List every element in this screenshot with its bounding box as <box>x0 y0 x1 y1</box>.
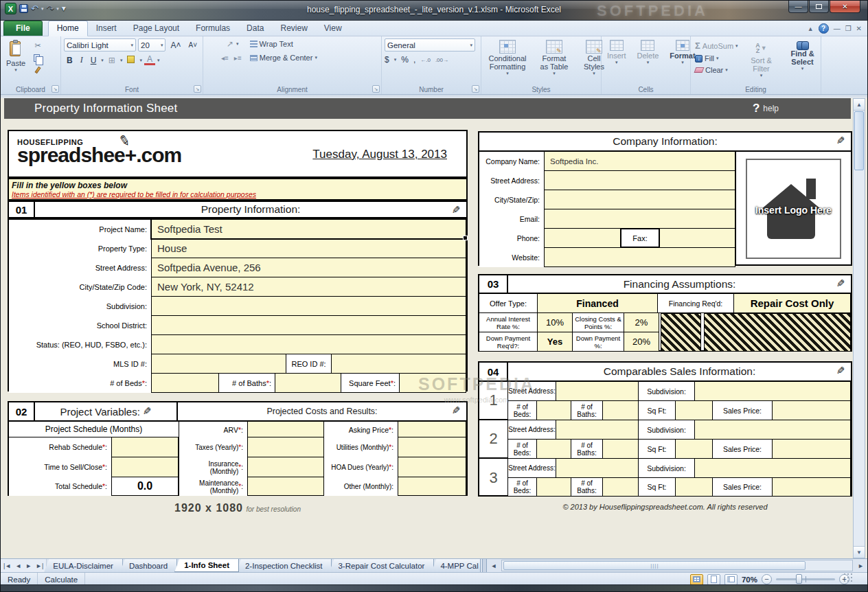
hoa-cell[interactable] <box>398 457 466 477</box>
tab-review[interactable]: Review <box>272 21 315 36</box>
beds-cell[interactable] <box>151 373 219 393</box>
italic-button[interactable]: I <box>78 54 86 66</box>
other-cell[interactable] <box>398 477 466 496</box>
company-name-cell[interactable]: Softpedia Inc. <box>544 151 735 171</box>
company-phone-cell[interactable] <box>544 228 621 248</box>
reo-id-cell[interactable] <box>331 354 466 374</box>
offer-type-value[interactable]: Financed <box>537 293 658 313</box>
help-icon[interactable]: ? <box>819 23 829 34</box>
save-button[interactable] <box>19 4 28 13</box>
down-req-value[interactable]: Yes <box>537 332 573 352</box>
tab-file[interactable]: File <box>3 21 43 36</box>
close-button[interactable]: ✕ <box>830 1 860 13</box>
insurance-cell[interactable] <box>247 457 324 477</box>
comp2-sqft-cell[interactable] <box>675 439 713 459</box>
merge-center-button[interactable]: Merge & Center▾ <box>249 53 319 62</box>
comp3-baths-cell[interactable] <box>602 477 639 497</box>
comp2-price-cell[interactable] <box>772 439 851 459</box>
comma-button[interactable]: , <box>413 55 415 65</box>
next-sheet-icon[interactable]: ► <box>25 562 32 569</box>
zoom-slider[interactable] <box>776 578 835 580</box>
tab-page-layout[interactable]: Page Layout <box>125 21 187 36</box>
last-sheet-icon[interactable]: ►| <box>36 562 43 569</box>
comp2-subdivision-cell[interactable] <box>694 420 851 440</box>
shrink-font-button[interactable]: A˅ <box>185 41 200 49</box>
number-dialog-launcher[interactable]: ↘ <box>472 85 479 93</box>
down-value[interactable]: 20% <box>624 332 659 352</box>
tab-splitter[interactable] <box>482 559 487 572</box>
closing-value[interactable]: 2% <box>624 312 659 332</box>
sqft-cell[interactable] <box>399 373 466 393</box>
tab-view[interactable]: View <box>316 21 350 36</box>
format-as-table-button[interactable]: ✎ Format as Table▾ <box>535 38 573 84</box>
maximize-button[interactable] <box>809 1 829 13</box>
find-select-button[interactable]: Find & Select▾ <box>784 38 822 84</box>
company-city-cell[interactable] <box>544 190 735 209</box>
align-bottom-button[interactable] <box>214 43 218 45</box>
comp3-price-cell[interactable] <box>772 477 851 497</box>
orientation-button[interactable]: ↗ <box>224 38 236 49</box>
mls-id-cell[interactable] <box>151 354 286 374</box>
grow-font-button[interactable]: A˄ <box>168 40 183 51</box>
zoom-slider-thumb[interactable] <box>796 574 802 584</box>
baths-cell[interactable] <box>275 373 341 393</box>
comp3-sqft-cell[interactable] <box>675 477 713 497</box>
asking-cell[interactable] <box>398 421 466 437</box>
number-format-combo[interactable]: General▾ <box>385 38 475 52</box>
insert-cells-button[interactable]: Insert▾ <box>604 38 629 84</box>
taxes-cell[interactable] <box>247 437 324 457</box>
hscroll-right-arrow[interactable]: ► <box>854 559 867 572</box>
city-state-zip-cell[interactable]: New York, NY, 52412 <box>151 277 466 297</box>
prev-sheet-icon[interactable]: ◄ <box>15 562 21 569</box>
doc-minimize-icon[interactable]: — <box>834 25 841 32</box>
comp1-baths-cell[interactable] <box>602 400 639 420</box>
company-street-cell[interactable] <box>544 170 735 190</box>
sort-filter-button[interactable]: AZ▼ Sort & Filter▾ <box>744 38 779 84</box>
fill-color-button[interactable] <box>124 55 137 66</box>
font-color-dropdown[interactable]: ▾ <box>157 58 160 63</box>
collapse-ribbon-icon[interactable]: ▲ <box>808 25 814 32</box>
increase-decimal-button[interactable]: ←.0 <box>420 57 431 63</box>
interest-value[interactable]: 10% <box>537 312 573 332</box>
normal-view-button[interactable] <box>690 574 703 585</box>
undo-button[interactable]: ↶ <box>31 3 38 14</box>
decrease-decimal-button[interactable]: .00→ <box>435 57 448 63</box>
maintenance-cell[interactable] <box>247 477 324 496</box>
tab-insert[interactable]: Insert <box>88 21 125 36</box>
font-dialog-launcher[interactable]: ↘ <box>194 85 201 93</box>
arv-cell[interactable] <box>247 421 324 437</box>
font-color-button[interactable]: A <box>144 55 155 65</box>
zoom-out-button[interactable]: − <box>762 574 772 584</box>
fill-color-dropdown[interactable]: ▾ <box>139 58 142 63</box>
page-break-view-button[interactable] <box>724 574 738 585</box>
sheet-tab-repair-cost[interactable]: 3-Repair Cost Calculator <box>329 559 434 572</box>
comp2-baths-cell[interactable] <box>602 439 639 459</box>
help-link[interactable]: ? help <box>753 102 779 115</box>
utilities-cell[interactable] <box>398 437 466 457</box>
resize-grip[interactable] <box>843 572 852 582</box>
first-sheet-icon[interactable]: |◄ <box>3 562 11 569</box>
underline-button[interactable]: U <box>88 55 100 66</box>
doc-restore-icon[interactable]: ❐ <box>845 25 852 32</box>
sheet-tab-dashboard[interactable]: Dashboard <box>120 559 177 572</box>
currency-button[interactable]: $ <box>385 55 389 65</box>
status-cell[interactable] <box>151 334 466 354</box>
vertical-scrollbar[interactable]: ▲ ▼ <box>853 98 865 558</box>
tab-formulas[interactable]: Formulas <box>187 21 238 36</box>
comp1-beds-cell[interactable] <box>536 400 571 420</box>
company-website-cell[interactable] <box>544 247 735 267</box>
street-address-cell[interactable]: Softpedia Avenue, 256 <box>151 258 466 277</box>
company-fax-cell[interactable] <box>659 228 735 248</box>
currency-dropdown[interactable]: ▾ <box>394 57 397 62</box>
sheet-tab-mpp[interactable]: 4-MPP Cal <box>431 559 481 572</box>
horizontal-scrollbar[interactable]: |||| <box>501 560 853 571</box>
comp3-subdivision-cell[interactable] <box>694 458 851 478</box>
company-email-cell[interactable] <box>544 209 735 229</box>
comp1-sqft-cell[interactable] <box>675 400 713 420</box>
redo-dropdown[interactable]: ▾ <box>56 6 59 12</box>
decrease-indent-button[interactable]: ◂≡ <box>218 54 231 62</box>
format-painter-button[interactable] <box>31 65 45 76</box>
comp1-subdivision-cell[interactable] <box>694 381 851 401</box>
school-district-cell[interactable] <box>151 315 466 335</box>
financing-reqd-value[interactable]: Repair Cost Only <box>733 293 851 313</box>
